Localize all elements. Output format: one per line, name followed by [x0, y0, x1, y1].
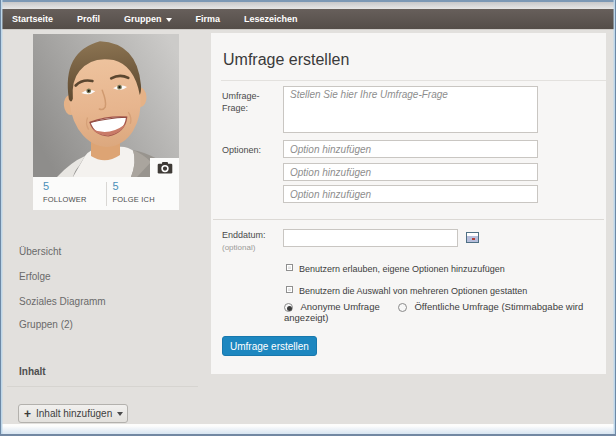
- window-border-top: [0, 0, 616, 2]
- profile-card: 5 FOLLOWER 5 FOLGE ICH: [33, 34, 179, 210]
- allow-own-options-label: Benutzern erlauben, eigene Optionen hinz…: [299, 264, 505, 274]
- page-title: Umfrage erstellen: [223, 51, 349, 69]
- public-poll-radio[interactable]: [398, 303, 407, 312]
- option-input-3[interactable]: [283, 185, 538, 203]
- sidebar-heading-inhalt: Inhalt: [19, 366, 46, 377]
- nav-item-startseite[interactable]: Startseite: [2, 14, 65, 24]
- nav-item-lesezeichen[interactable]: Lesezeichen: [232, 14, 310, 24]
- anonymous-poll-label: Anonyme Umfrage: [301, 301, 380, 312]
- add-content-button[interactable]: + Inhalt hinzufügen: [18, 404, 128, 423]
- option-input-1[interactable]: [283, 140, 538, 158]
- profile-portrait-image: [33, 34, 179, 177]
- change-photo-button[interactable]: [150, 158, 179, 177]
- anonymous-poll-radio[interactable]: [284, 303, 293, 312]
- sidebar-item-erfolge[interactable]: Erfolge: [19, 271, 51, 282]
- caret-down-icon: [117, 412, 123, 416]
- multiple-options-checkbox[interactable]: Benutzern die Auswahl von mehreren Optio…: [286, 285, 527, 296]
- profile-photo: [33, 34, 179, 177]
- calendar-icon[interactable]: [466, 232, 479, 243]
- checkbox-icon: [286, 264, 293, 271]
- profile-stats: 5 FOLLOWER 5 FOLGE ICH: [33, 177, 179, 210]
- title-divider: [221, 80, 606, 81]
- follower-label: FOLLOWER: [43, 195, 106, 204]
- plus-icon: +: [24, 408, 31, 420]
- allow-own-options-checkbox[interactable]: Benutzern erlauben, eigene Optionen hinz…: [286, 263, 505, 274]
- end-date-input[interactable]: [283, 229, 458, 247]
- question-textarea[interactable]: [283, 86, 538, 133]
- window-border-left: [0, 0, 3, 436]
- multiple-options-label: Benutzern die Auswahl von mehreren Optio…: [299, 286, 527, 296]
- sidebar-divider: [7, 386, 198, 387]
- nav-item-gruppen[interactable]: Gruppen: [112, 14, 184, 24]
- nav-item-gruppen-label: Gruppen: [124, 14, 162, 24]
- window-chrome-strip: [2, 2, 614, 9]
- following-count: 5: [113, 181, 179, 192]
- follower-count: 5: [43, 181, 106, 192]
- window-bottom-strip: [2, 424, 614, 434]
- follower-stat[interactable]: 5 FOLLOWER: [33, 177, 106, 210]
- end-date-label-text: Enddatum:: [222, 230, 266, 240]
- end-date-label: Enddatum: (optional): [222, 229, 280, 254]
- caret-down-icon: [166, 18, 172, 22]
- camera-icon: [157, 161, 173, 174]
- main-navbar: Startseite Profil Gruppen Firma Lesezeic…: [2, 9, 614, 30]
- create-poll-button[interactable]: Umfrage erstellen: [222, 336, 317, 356]
- end-date-optional-hint: (optional): [222, 243, 255, 252]
- options-label: Optionen:: [222, 144, 280, 156]
- poll-type-radios: Anonyme Umfrage Öffentliche Umfrage (Sti…: [284, 301, 586, 323]
- following-label: FOLGE ICH: [113, 195, 179, 204]
- sidebar-item-uebersicht[interactable]: Übersicht: [19, 246, 61, 257]
- nav-item-profil[interactable]: Profil: [65, 14, 112, 24]
- sidebar-item-soziales-diagramm[interactable]: Soziales Diagramm: [19, 296, 106, 307]
- sidebar-item-gruppen[interactable]: Gruppen (2): [19, 319, 73, 330]
- form-divider: [213, 219, 604, 220]
- add-content-label: Inhalt hinzufügen: [36, 408, 112, 419]
- option-input-2[interactable]: [283, 163, 538, 181]
- create-poll-panel: Umfrage erstellen Umfrage-Frage: Optione…: [211, 33, 606, 374]
- nav-item-firma[interactable]: Firma: [184, 14, 233, 24]
- following-stat[interactable]: 5 FOLGE ICH: [107, 177, 179, 210]
- question-label: Umfrage-Frage:: [222, 90, 280, 114]
- checkbox-icon: [286, 286, 293, 293]
